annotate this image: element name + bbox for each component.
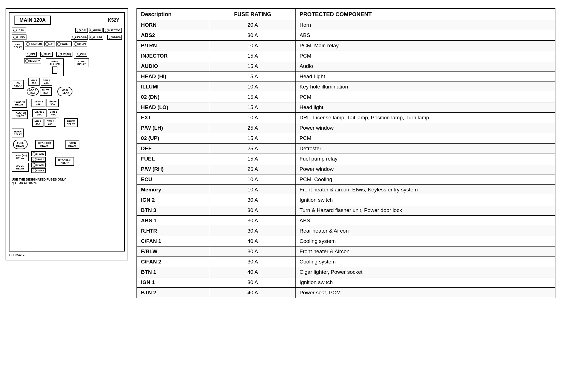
table-row: R.HTR30 ARear heater & Aircon xyxy=(137,226,555,236)
table-row: P/TRN10 APCM, Main relay xyxy=(137,41,555,51)
table-cell-23-0: C/FAN 2 xyxy=(137,257,210,267)
table-cell-12-1: 25 A xyxy=(210,144,296,154)
table-row: P/W (LH)25 APower window xyxy=(137,123,555,133)
table-row: FUEL15 AFuel pump relay xyxy=(137,154,555,164)
notes-line1: USE THE DESIGNATED FUSES ONLY. xyxy=(12,178,122,181)
table-cell-19-2: ABS xyxy=(296,216,555,226)
table-row: INJECTOR15 APCM xyxy=(137,51,555,61)
col-header-description: Description xyxy=(137,9,210,20)
table-row: IGN 230 AIgnition switch xyxy=(137,195,555,205)
table-cell-6-0: ILLUMI xyxy=(137,82,210,92)
table-cell-18-2: Turn & Hazard flasher unit, Power door l… xyxy=(296,205,555,216)
table-cell-9-1: 10 A xyxy=(210,113,296,123)
table-cell-22-1: 30 A xyxy=(210,246,296,257)
table-cell-11-2: PCM xyxy=(296,133,555,144)
table-cell-22-2: Front heater & Aircon xyxy=(296,246,555,257)
table-cell-19-0: ABS 1 xyxy=(137,216,210,226)
table-cell-13-1: 15 A xyxy=(210,154,296,164)
table-cell-23-2: Cooling system xyxy=(296,257,555,267)
table-cell-4-1: 15 A xyxy=(210,61,296,72)
table-cell-1-2: ABS xyxy=(296,30,555,41)
table-cell-12-2: Defroster xyxy=(296,144,555,154)
table-cell-24-1: 40 A xyxy=(210,267,296,277)
table-cell-17-0: IGN 2 xyxy=(137,195,210,205)
table-cell-3-2: PCM xyxy=(296,51,555,61)
table-cell-17-1: 30 A xyxy=(210,195,296,205)
table-cell-21-2: Cooling system xyxy=(296,236,555,246)
table-cell-19-1: 30 A xyxy=(210,216,296,226)
table-row: HEAD (HI)15 AHead Light xyxy=(137,72,555,82)
table-cell-22-0: F/BLW xyxy=(137,246,210,257)
table-row: ABS 130 AABS xyxy=(137,216,555,226)
fuse-diagram: MAIN 120A K52Y HORN ABS2 P/TRN I xyxy=(6,8,128,260)
table-cell-26-0: BTN 2 xyxy=(137,288,210,298)
table-cell-23-1: 30 A xyxy=(210,257,296,267)
table-cell-8-2: Head light xyxy=(296,102,555,113)
table-cell-1-1: 30 A xyxy=(210,30,296,41)
table-cell-16-1: 10 A xyxy=(210,185,296,195)
table-cell-17-2: Ignition switch xyxy=(296,195,555,205)
table-cell-4-2: Audio xyxy=(296,61,555,72)
table-cell-14-2: Power window xyxy=(296,164,555,174)
table-row: ILLUMI10 AKey hole illumination xyxy=(137,82,555,92)
table-cell-5-2: Head Light xyxy=(296,72,555,82)
col-header-rating: FUSE RATING xyxy=(210,9,296,20)
table-row: ABS230 AABS xyxy=(137,30,555,41)
table-cell-20-2: Rear heater & Aircon xyxy=(296,226,555,236)
fuse-table: Description FUSE RATING PROTECTED COMPON… xyxy=(137,9,555,298)
table-cell-7-1: 15 A xyxy=(210,92,296,102)
table-cell-18-1: 30 A xyxy=(210,205,296,216)
table-row: Memory10 AFront heater & aircon, Etwis, … xyxy=(137,185,555,195)
notes-line2: *( ) FOR OPTION. xyxy=(12,181,122,184)
table-row: BTN 240 APower seat, PCM xyxy=(137,288,555,298)
table-cell-25-2: Ignition switch xyxy=(296,277,555,288)
table-row: 02 (DN)15 APCM xyxy=(137,92,555,102)
table-cell-2-0: P/TRN xyxy=(137,41,210,51)
table-cell-0-2: Horn xyxy=(296,20,555,30)
table-cell-16-0: Memory xyxy=(137,185,210,195)
table-cell-5-1: 15 A xyxy=(210,72,296,82)
table-cell-6-1: 10 A xyxy=(210,82,296,92)
table-cell-7-2: PCM xyxy=(296,92,555,102)
table-cell-25-0: IGN 1 xyxy=(137,277,210,288)
table-cell-0-0: HORN xyxy=(137,20,210,30)
table-row: DEF25 ADefroster xyxy=(137,144,555,154)
table-row: EXT10 ADRL, License lamp, Tail lamp, Pos… xyxy=(137,113,555,123)
table-cell-9-2: DRL, License lamp, Tail lamp, Position l… xyxy=(296,113,555,123)
table-cell-5-0: HEAD (HI) xyxy=(137,72,210,82)
table-cell-21-1: 40 A xyxy=(210,236,296,246)
table-cell-3-0: INJECTOR xyxy=(137,51,210,61)
table-cell-14-1: 25 A xyxy=(210,164,296,174)
table-row: C/FAN 230 ACooling system xyxy=(137,257,555,267)
table-cell-7-0: 02 (DN) xyxy=(137,92,210,102)
table-cell-24-2: Cigar lighter, Power socket xyxy=(296,267,555,277)
table-cell-15-2: PCM, Cooling xyxy=(296,174,555,185)
table-cell-16-2: Front heater & aircon, Etwis, Keyless en… xyxy=(296,185,555,195)
table-cell-11-1: 15 A xyxy=(210,133,296,144)
table-cell-26-2: Power seat, PCM xyxy=(296,288,555,298)
table-cell-25-1: 30 A xyxy=(210,277,296,288)
table-cell-4-0: AUDIO xyxy=(137,61,210,72)
fuse-table-container: Description FUSE RATING PROTECTED COMPON… xyxy=(136,8,555,298)
table-cell-2-1: 10 A xyxy=(210,41,296,51)
table-cell-8-0: HEAD (LO) xyxy=(137,102,210,113)
table-row: HORN20 AHorn xyxy=(137,20,555,30)
table-cell-24-0: BTN 1 xyxy=(137,267,210,277)
table-cell-9-0: EXT xyxy=(137,113,210,123)
code-label: K52Y xyxy=(108,18,119,23)
table-cell-13-0: FUEL xyxy=(137,154,210,164)
table-cell-10-0: P/W (LH) xyxy=(137,123,210,133)
table-cell-3-1: 15 A xyxy=(210,51,296,61)
table-cell-6-2: Key hole illumination xyxy=(296,82,555,92)
table-cell-2-2: PCM, Main relay xyxy=(296,41,555,51)
table-row: BTN 330 ATurn & Hazard flasher unit, Pow… xyxy=(137,205,555,216)
table-cell-10-1: 25 A xyxy=(210,123,296,133)
table-cell-15-0: ECU xyxy=(137,174,210,185)
table-cell-12-0: DEF xyxy=(137,144,210,154)
table-row: HEAD (LO)15 AHead light xyxy=(137,102,555,113)
table-cell-8-1: 15 A xyxy=(210,102,296,113)
table-row: P/W (RH)25 APower window xyxy=(137,164,555,174)
table-row: C/FAN 140 ACooling system xyxy=(137,236,555,246)
table-row: IGN 130 AIgnition switch xyxy=(137,277,555,288)
table-cell-1-0: ABS2 xyxy=(137,30,210,41)
